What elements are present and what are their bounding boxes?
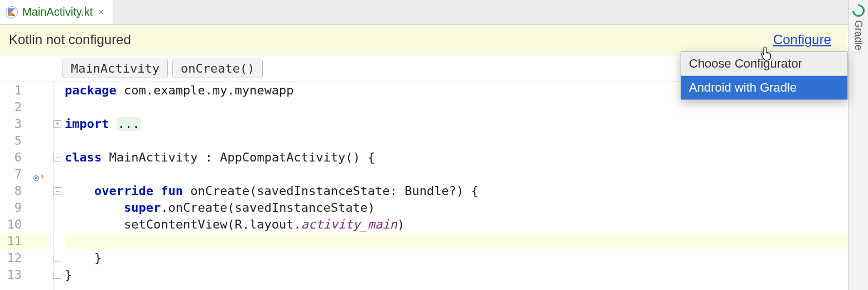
right-tool-sidebar: Gradle [848,0,868,290]
kotlin-file-icon [6,6,18,18]
line-number: 1 [0,82,49,99]
close-icon[interactable]: × [97,7,104,17]
code-line[interactable]: super.onCreate(savedInstanceState) [65,199,848,216]
line-number: 12 [0,250,49,267]
line-number: 10 [0,216,49,233]
fold-collapse-icon[interactable] [54,187,61,195]
line-number: 5 [0,132,49,149]
editor-tab-title: MainActivity.kt [22,6,93,18]
line-number: 2 [0,99,49,116]
editor-tab-mainactivity[interactable]: MainActivity.kt × [0,0,113,24]
breadcrumb-class[interactable]: MainActivity [62,59,168,78]
configurator-popup-title: Choose Configurator [681,52,847,76]
configurator-option-android-gradle[interactable]: Android with Gradle [681,76,847,99]
breadcrumb-method[interactable]: onCreate() [172,59,263,78]
fold-collapse-icon[interactable] [54,154,61,161]
code-line[interactable] [65,132,848,149]
code-area[interactable]: package com.example.my.mynewapp import .… [65,82,848,290]
line-number: 13 [0,267,49,283]
override-marker-icon[interactable] [28,169,50,186]
line-number: 6 [0,149,49,166]
gradle-tool-button[interactable]: Gradle [852,20,864,50]
code-line[interactable] [65,233,848,250]
fold-expand-icon[interactable] [54,120,61,128]
line-number: 3 [0,116,49,132]
code-line[interactable]: class MainActivity : AppCompatActivity()… [65,149,848,166]
code-line[interactable] [65,166,848,183]
code-line[interactable]: } [65,267,848,283]
line-number: 9 [0,199,49,216]
kotlin-not-configured-bar: Kotlin not configured Configure [0,25,848,55]
notification-message: Kotlin not configured [9,32,131,47]
line-gutter: 1235678910111213 [0,82,54,290]
fold-end-icon [54,273,61,279]
configurator-popup: Choose Configurator Android with Gradle [681,51,848,100]
code-line[interactable]: setContentView(R.layout.activity_main) [65,216,848,233]
line-number: 11 [0,233,49,250]
configure-link[interactable]: Configure [773,32,831,47]
code-line[interactable]: override fun onCreate(savedInstanceState… [65,183,848,199]
code-editor[interactable]: 1235678910111213 package com.example.my.… [0,82,848,290]
code-line[interactable] [65,99,848,116]
gradle-icon[interactable] [850,2,867,20]
fold-end-icon [54,256,61,262]
code-line[interactable]: } [65,250,848,267]
code-line[interactable]: import ... [65,116,848,132]
fold-column [54,82,65,290]
editor-tab-strip: MainActivity.kt × [0,0,868,25]
